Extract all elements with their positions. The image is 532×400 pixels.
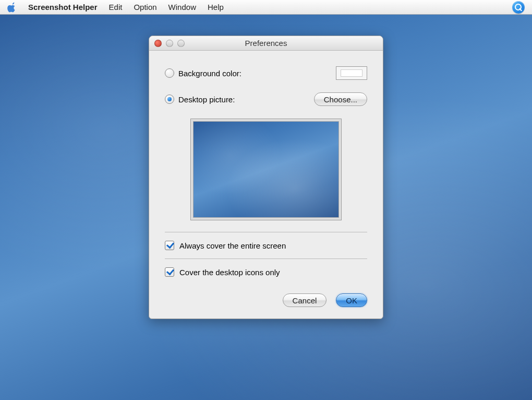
separator-2 [165,258,367,259]
always-cover-checkbox[interactable] [165,241,174,250]
always-cover-row: Always cover the entire screen [165,236,367,255]
background-color-well[interactable] [336,66,367,80]
preferences-window: Preferences Background color: Desktop pi… [149,36,383,319]
window-menu[interactable]: Window [168,3,196,11]
desktop: Preferences Background color: Desktop pi… [0,15,532,400]
choose-button[interactable]: Choose... [314,92,367,106]
always-cover-label: Always cover the entire screen [179,241,286,250]
traffic-lights [149,40,185,47]
app-menu[interactable]: Screenshot Helper [28,3,98,11]
ok-button[interactable]: OK [336,293,367,307]
zoom-button[interactable] [177,40,185,47]
close-button[interactable] [154,40,162,47]
background-color-label: Background color: [178,69,241,78]
separator-1 [165,232,367,232]
cover-icons-label: Cover the desktop icons only [179,268,280,277]
desktop-picture-row: Desktop picture: Choose... [165,92,367,106]
cancel-button[interactable]: Cancel [283,293,327,307]
minimize-button[interactable] [166,40,173,47]
background-color-row: Background color: [165,66,367,80]
dialog-buttons: Cancel OK [165,293,367,307]
desktop-picture-preview [190,119,342,220]
desktop-picture-radio[interactable] [165,95,174,104]
menubar: Screenshot Helper Edit Option Window Hel… [0,0,532,15]
edit-menu[interactable]: Edit [109,3,123,11]
option-menu[interactable]: Option [134,3,156,11]
titlebar[interactable]: Preferences [149,36,383,51]
desktop-picture-preview-image [193,121,339,218]
spotlight-icon[interactable] [512,1,525,14]
cover-icons-checkbox[interactable] [165,267,174,277]
background-color-radio[interactable] [165,68,174,78]
help-menu[interactable]: Help [208,3,224,11]
cover-icons-row: Cover the desktop icons only [165,262,367,282]
preferences-content: Background color: Desktop picture: Choos… [149,51,383,319]
apple-menu-icon[interactable] [7,2,17,13]
desktop-picture-label: Desktop picture: [178,95,235,104]
